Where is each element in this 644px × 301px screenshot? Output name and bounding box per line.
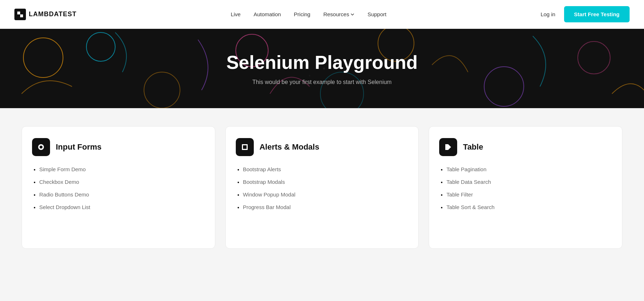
card-list-input-forms: Simple Form Demo Checkbox Demo Radio But… [32,166,205,210]
svg-rect-1 [17,12,20,14]
hero-title: Selenium Playground [226,52,418,73]
svg-point-13 [40,146,42,149]
input-forms-icon-container [32,138,50,156]
nav-right: Log in Start Free Testing [541,6,630,22]
table-icon [444,143,452,151]
form-icon [37,143,45,151]
nav-link-support[interactable]: Support [368,11,387,17]
nav-item-pricing[interactable]: Pricing [294,11,310,18]
svg-rect-15 [243,145,247,149]
list-item: Checkbox Demo [39,179,205,185]
card-title-input-forms: Input Forms [56,142,102,152]
list-item: Table Data Search [446,179,612,185]
alerts-modals-icon-container [236,138,254,156]
table-sort-search-link[interactable]: Table Sort & Search [446,204,494,210]
list-item: Window Popup Modal [243,191,409,198]
list-item: Table Sort & Search [446,204,612,210]
list-item: Table Pagination [446,166,612,172]
svg-point-8 [484,67,524,106]
select-dropdown-link[interactable]: Select Dropdown List [39,204,90,210]
bootstrap-modals-link[interactable]: Bootstrap Modals [243,179,285,185]
nav-link-resources[interactable]: Resources [323,11,355,17]
svg-point-3 [86,32,115,61]
nav-item-live[interactable]: Live [231,11,241,18]
nav-link-pricing[interactable]: Pricing [294,11,310,17]
hero-subtitle: This would be your first example to star… [252,79,392,85]
checkbox-demo-link[interactable]: Checkbox Demo [39,179,79,185]
card-list-alerts-modals: Bootstrap Alerts Bootstrap Modals Window… [236,166,409,210]
progress-bar-modal-link[interactable]: Progress Bar Modal [243,204,291,210]
login-link[interactable]: Log in [541,11,555,17]
list-item: Progress Bar Modal [243,204,409,210]
card-input-forms: Input Forms Simple Form Demo Checkbox De… [22,126,215,249]
card-header-table: Table [439,138,612,156]
table-data-search-link[interactable]: Table Data Search [446,179,491,185]
card-header-input-forms: Input Forms [32,138,205,156]
logo-text: LAMBDATEST [29,10,77,18]
bootstrap-alerts-link[interactable]: Bootstrap Alerts [243,166,281,172]
nav-links: Live Automation Pricing Resources Suppor… [231,11,387,18]
nav-item-resources[interactable]: Resources [323,11,355,17]
list-item: Table Filter [446,191,612,198]
table-pagination-link[interactable]: Table Pagination [446,166,486,172]
svg-point-9 [578,41,610,74]
card-title-alerts-modals: Alerts & Modals [260,142,319,152]
list-item: Bootstrap Alerts [243,166,409,172]
navbar: LAMBDATEST Live Automation Pricing Resou… [0,0,644,29]
svg-point-11 [309,75,310,76]
svg-rect-0 [14,9,26,20]
start-free-testing-button[interactable]: Start Free Testing [564,6,630,22]
table-icon-container [439,138,457,156]
simple-form-demo-link[interactable]: Simple Form Demo [39,166,86,172]
card-list-table: Table Pagination Table Data Search Table… [439,166,612,210]
list-item: Bootstrap Modals [243,179,409,185]
hero-section: Selenium Playground This would be your f… [0,29,644,108]
card-alerts-modals: Alerts & Modals Bootstrap Alerts Bootstr… [225,126,419,249]
card-header-alerts-modals: Alerts & Modals [236,138,409,156]
alert-icon [240,143,249,151]
svg-point-4 [144,72,180,108]
card-title-table: Table [463,142,483,152]
logo-icon [14,9,26,20]
list-item: Select Dropdown List [39,204,205,210]
table-filter-link[interactable]: Table Filter [446,191,473,198]
logo[interactable]: LAMBDATEST [14,9,77,20]
svg-point-6 [320,72,364,108]
card-table: Table Table Pagination Table Data Search… [429,126,622,249]
nav-link-live[interactable]: Live [231,11,241,17]
nav-link-automation[interactable]: Automation [253,11,281,17]
list-item: Radio Buttons Demo [39,191,205,198]
cards-grid: Input Forms Simple Form Demo Checkbox De… [22,126,622,249]
radio-buttons-demo-link[interactable]: Radio Buttons Demo [39,191,89,198]
nav-item-automation[interactable]: Automation [253,11,281,18]
cards-section: Input Forms Simple Form Demo Checkbox De… [0,108,644,267]
chevron-down-icon [350,12,355,17]
list-item: Simple Form Demo [39,166,205,172]
window-popup-modal-link[interactable]: Window Popup Modal [243,191,296,198]
nav-item-support[interactable]: Support [368,11,387,18]
svg-point-2 [23,38,63,78]
